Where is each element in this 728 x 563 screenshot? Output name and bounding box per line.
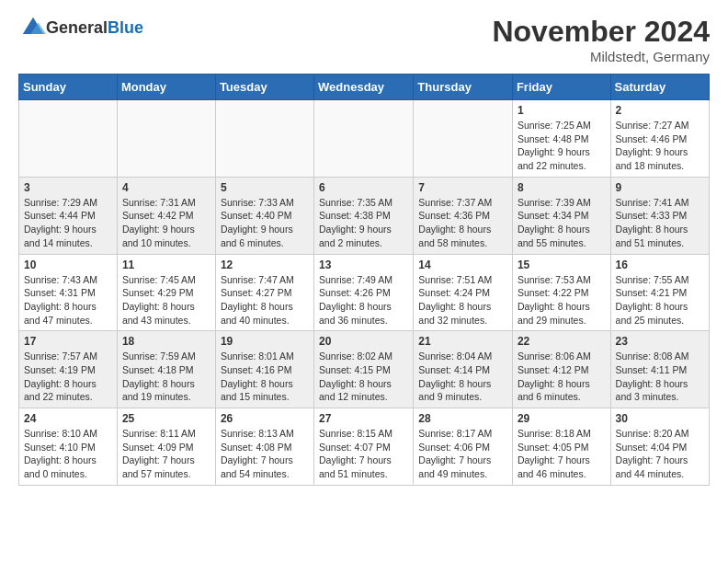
day-number: 28 [418,412,507,425]
header: GeneralBlue November 2024 Mildstedt, Ger… [18,15,710,64]
day-info: Sunrise: 8:13 AM Sunset: 4:08 PM Dayligh… [221,427,309,481]
day-info: Sunrise: 7:51 AM Sunset: 4:24 PM Dayligh… [418,273,507,327]
day-cell: 12Sunrise: 7:47 AM Sunset: 4:27 PM Dayli… [215,254,313,331]
day-info: Sunrise: 8:08 AM Sunset: 4:11 PM Dayligh… [616,350,704,404]
day-cell: 17Sunrise: 7:57 AM Sunset: 4:19 PM Dayli… [19,331,118,408]
day-cell: 14Sunrise: 7:51 AM Sunset: 4:24 PM Dayli… [414,254,513,331]
day-cell: 15Sunrise: 7:53 AM Sunset: 4:22 PM Dayli… [512,254,610,331]
day-cell [314,100,414,178]
day-number: 16 [616,259,704,271]
day-info: Sunrise: 7:29 AM Sunset: 4:44 PM Dayligh… [24,196,112,250]
day-cell: 9Sunrise: 7:41 AM Sunset: 4:33 PM Daylig… [610,177,709,254]
day-number: 23 [616,335,704,348]
day-number: 21 [418,335,507,348]
day-info: Sunrise: 7:33 AM Sunset: 4:40 PM Dayligh… [221,196,309,250]
day-cell: 19Sunrise: 8:01 AM Sunset: 4:16 PM Dayli… [215,331,313,408]
day-number: 22 [518,335,606,348]
day-cell: 16Sunrise: 7:55 AM Sunset: 4:21 PM Dayli… [610,254,709,331]
day-info: Sunrise: 8:04 AM Sunset: 4:14 PM Dayligh… [418,350,507,404]
day-number: 20 [319,335,408,348]
col-header-saturday: Saturday [610,75,709,100]
week-row-3: 10Sunrise: 7:43 AM Sunset: 4:31 PM Dayli… [19,254,710,331]
calendar-table: SundayMondayTuesdayWednesdayThursdayFrid… [18,74,710,486]
day-number: 15 [518,259,606,271]
day-cell: 30Sunrise: 8:20 AM Sunset: 4:04 PM Dayli… [610,408,709,486]
day-number: 24 [24,412,112,425]
day-info: Sunrise: 8:18 AM Sunset: 4:05 PM Dayligh… [518,427,606,481]
day-number: 19 [221,335,309,348]
day-cell: 24Sunrise: 8:10 AM Sunset: 4:10 PM Dayli… [19,408,118,486]
day-number: 4 [122,181,210,194]
day-cell: 27Sunrise: 8:15 AM Sunset: 4:07 PM Dayli… [314,408,414,486]
day-number: 26 [221,412,309,425]
day-number: 7 [418,181,507,194]
day-number: 10 [24,259,112,271]
day-info: Sunrise: 7:47 AM Sunset: 4:27 PM Dayligh… [221,273,309,327]
week-row-1: 1Sunrise: 7:25 AM Sunset: 4:48 PM Daylig… [19,100,710,178]
day-info: Sunrise: 7:57 AM Sunset: 4:19 PM Dayligh… [24,350,112,404]
day-cell: 2Sunrise: 7:27 AM Sunset: 4:46 PM Daylig… [610,100,709,178]
day-info: Sunrise: 8:06 AM Sunset: 4:12 PM Dayligh… [518,350,606,404]
day-number: 5 [221,181,309,194]
col-header-friday: Friday [512,75,610,100]
day-cell: 13Sunrise: 7:49 AM Sunset: 4:26 PM Dayli… [314,254,414,331]
day-info: Sunrise: 8:11 AM Sunset: 4:09 PM Dayligh… [122,427,210,481]
day-number: 8 [518,181,606,194]
day-info: Sunrise: 7:49 AM Sunset: 4:26 PM Dayligh… [319,273,408,327]
day-cell: 28Sunrise: 8:17 AM Sunset: 4:06 PM Dayli… [414,408,513,486]
calendar-title: November 2024 [492,15,710,49]
day-info: Sunrise: 7:25 AM Sunset: 4:48 PM Dayligh… [518,119,606,173]
logo: GeneralBlue [18,15,143,40]
logo-icon [20,15,46,40]
day-number: 30 [616,412,704,425]
day-info: Sunrise: 8:15 AM Sunset: 4:07 PM Dayligh… [319,427,408,481]
week-row-4: 17Sunrise: 7:57 AM Sunset: 4:19 PM Dayli… [19,331,710,408]
header-row: SundayMondayTuesdayWednesdayThursdayFrid… [19,75,710,100]
day-cell: 10Sunrise: 7:43 AM Sunset: 4:31 PM Dayli… [19,254,118,331]
day-info: Sunrise: 8:02 AM Sunset: 4:15 PM Dayligh… [319,350,408,404]
page: GeneralBlue November 2024 Mildstedt, Ger… [0,0,728,500]
logo-blue: Blue [108,18,143,37]
day-number: 17 [24,335,112,348]
day-info: Sunrise: 7:37 AM Sunset: 4:36 PM Dayligh… [418,196,507,250]
day-number: 2 [616,104,704,117]
day-info: Sunrise: 7:59 AM Sunset: 4:18 PM Dayligh… [122,350,210,404]
day-cell: 21Sunrise: 8:04 AM Sunset: 4:14 PM Dayli… [414,331,513,408]
day-number: 12 [221,259,309,271]
day-number: 9 [616,181,704,194]
day-cell: 20Sunrise: 8:02 AM Sunset: 4:15 PM Dayli… [314,331,414,408]
day-info: Sunrise: 7:45 AM Sunset: 4:29 PM Dayligh… [122,273,210,327]
day-cell: 6Sunrise: 7:35 AM Sunset: 4:38 PM Daylig… [314,177,414,254]
day-cell [19,100,118,178]
day-cell: 25Sunrise: 8:11 AM Sunset: 4:09 PM Dayli… [117,408,215,486]
day-info: Sunrise: 7:55 AM Sunset: 4:21 PM Dayligh… [616,273,704,327]
week-row-2: 3Sunrise: 7:29 AM Sunset: 4:44 PM Daylig… [19,177,710,254]
day-cell: 26Sunrise: 8:13 AM Sunset: 4:08 PM Dayli… [215,408,313,486]
day-cell: 11Sunrise: 7:45 AM Sunset: 4:29 PM Dayli… [117,254,215,331]
day-cell [117,100,215,178]
day-number: 25 [122,412,210,425]
col-header-thursday: Thursday [414,75,513,100]
day-number: 11 [122,259,210,271]
day-info: Sunrise: 7:39 AM Sunset: 4:34 PM Dayligh… [518,196,606,250]
day-cell: 4Sunrise: 7:31 AM Sunset: 4:42 PM Daylig… [117,177,215,254]
day-cell: 7Sunrise: 7:37 AM Sunset: 4:36 PM Daylig… [414,177,513,254]
logo-text: GeneralBlue [46,18,143,38]
day-number: 18 [122,335,210,348]
col-header-sunday: Sunday [19,75,118,100]
day-cell: 8Sunrise: 7:39 AM Sunset: 4:34 PM Daylig… [512,177,610,254]
calendar-subtitle: Mildstedt, Germany [492,49,710,64]
day-cell: 1Sunrise: 7:25 AM Sunset: 4:48 PM Daylig… [512,100,610,178]
day-cell [414,100,513,178]
day-number: 27 [319,412,408,425]
day-info: Sunrise: 7:27 AM Sunset: 4:46 PM Dayligh… [616,119,704,173]
day-cell: 5Sunrise: 7:33 AM Sunset: 4:40 PM Daylig… [215,177,313,254]
day-info: Sunrise: 8:10 AM Sunset: 4:10 PM Dayligh… [24,427,112,481]
day-info: Sunrise: 7:35 AM Sunset: 4:38 PM Dayligh… [319,196,408,250]
day-number: 6 [319,181,408,194]
day-cell: 23Sunrise: 8:08 AM Sunset: 4:11 PM Dayli… [610,331,709,408]
col-header-monday: Monday [117,75,215,100]
day-cell: 22Sunrise: 8:06 AM Sunset: 4:12 PM Dayli… [512,331,610,408]
day-number: 14 [418,259,507,271]
day-info: Sunrise: 8:20 AM Sunset: 4:04 PM Dayligh… [616,427,704,481]
